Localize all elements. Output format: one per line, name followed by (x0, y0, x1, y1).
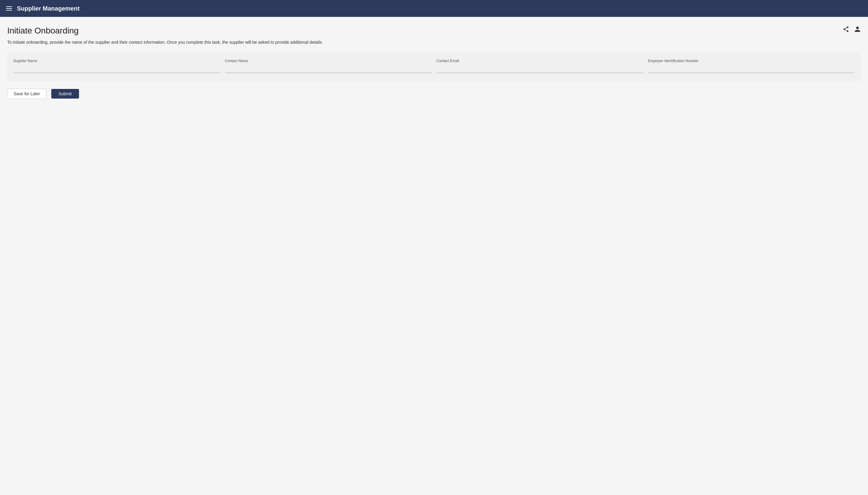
buttons-row: Save for Later Submit (7, 89, 861, 99)
contact-name-field: Contact Name (225, 59, 432, 73)
contact-name-input[interactable] (225, 64, 432, 73)
employer-id-field: Employer Identification Number (648, 59, 855, 73)
supplier-name-field: Supplier Name (13, 59, 220, 73)
contact-name-label: Contact Name (225, 59, 432, 63)
employer-id-label: Employer Identification Number (648, 59, 855, 63)
form-fields-row: Supplier Name Contact Name Contact Email… (13, 59, 855, 73)
supplier-name-label: Supplier Name (13, 59, 220, 63)
contact-email-label: Contact Email (436, 59, 643, 63)
menu-icon[interactable] (6, 6, 12, 11)
user-icon[interactable] (854, 26, 861, 34)
main-content: Initiate Onboarding To initiate onboardi… (0, 17, 868, 495)
submit-button[interactable]: Submit (51, 89, 79, 99)
supplier-name-input[interactable] (13, 64, 220, 73)
contact-email-input[interactable] (436, 64, 643, 73)
form-card: Supplier Name Contact Name Contact Email… (7, 53, 861, 81)
navbar: Supplier Management (0, 0, 868, 17)
share-icon[interactable] (843, 26, 849, 34)
contact-email-field: Contact Email (436, 59, 643, 73)
save-for-later-button[interactable]: Save for Later (7, 89, 47, 99)
header-actions (843, 26, 861, 34)
employer-id-input[interactable] (648, 64, 855, 73)
page-title: Initiate Onboarding (7, 26, 79, 36)
page-description: To initiate onboarding, provide the name… (7, 39, 861, 46)
page-header: Initiate Onboarding (7, 26, 861, 36)
app-title: Supplier Management (17, 5, 80, 12)
